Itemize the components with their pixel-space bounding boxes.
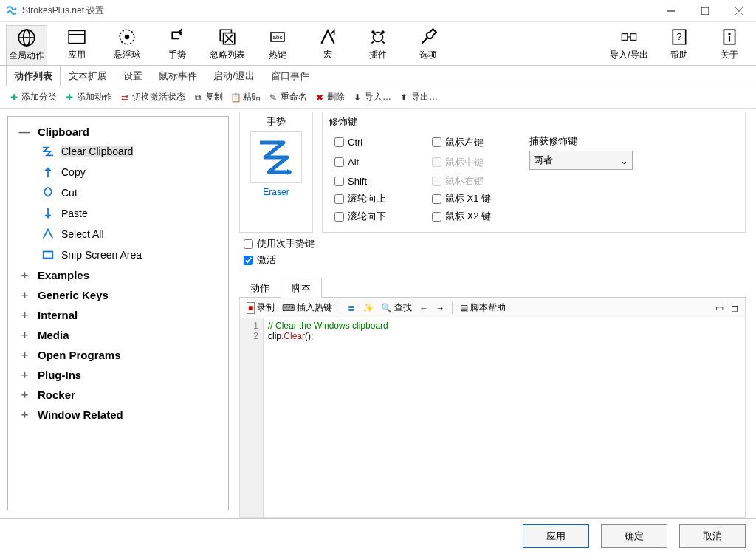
toolbar-hotkeys[interactable]: abc 热键: [257, 25, 298, 64]
tab-load-unload[interactable]: 启动/退出: [205, 65, 263, 86]
script-help-button[interactable]: ▤脚本帮助: [458, 301, 508, 315]
tab-script[interactable]: 脚本: [281, 278, 322, 298]
wand-button[interactable]: ✨: [360, 302, 376, 314]
minimize-button[interactable]: [654, 0, 688, 22]
checkbox-use-secondary[interactable]: 使用次手势键: [244, 237, 741, 250]
ok-button[interactable]: 确定: [601, 524, 667, 548]
checkbox-alt[interactable]: Alt: [334, 157, 423, 168]
toolbar-apps[interactable]: 应用: [56, 25, 97, 64]
checkbox-active[interactable]: 激活: [244, 253, 741, 267]
export-button[interactable]: ⬆导出…: [396, 89, 441, 105]
tab-text-expansion[interactable]: 文本扩展: [61, 65, 115, 86]
checkbox-mouse-middle: 鼠标中键: [432, 156, 520, 169]
export-icon: ⬆: [399, 92, 409, 103]
tree-item-snip[interactable]: Snip Screen Area: [11, 244, 225, 265]
checkbox-shift[interactable]: Shift: [334, 176, 423, 187]
capture-select[interactable]: 两者⌄: [529, 151, 633, 170]
tab-action[interactable]: 动作: [239, 278, 281, 298]
loop-icon: [41, 185, 55, 200]
rename-button[interactable]: ✎重命名: [265, 89, 310, 105]
tree-panel: —Clipboard Clear Clipboard Copy Cut Past…: [7, 116, 229, 510]
window-title: StrokesPlus.net 设置: [22, 4, 104, 17]
svg-rect-23: [630, 34, 636, 41]
capture-label: 捕获修饰键: [529, 134, 640, 148]
svg-point-18: [371, 30, 374, 33]
toggle-active-button[interactable]: ⇄切换激活状态: [117, 89, 188, 105]
tab-settings[interactable]: 设置: [115, 65, 151, 86]
toolbar-ignore-list[interactable]: 忽略列表: [207, 25, 248, 64]
tab-mouse-events[interactable]: 鼠标事件: [151, 65, 205, 86]
code-editor[interactable]: 12 // Clear the Windows clipboard clip.C…: [239, 318, 746, 518]
tree-item-cut[interactable]: Cut: [11, 182, 225, 203]
gesture-preview[interactable]: [250, 131, 302, 183]
tree-item-select-all[interactable]: Select All: [11, 224, 225, 244]
tree-item-paste[interactable]: Paste: [11, 203, 225, 224]
add-action-button[interactable]: ✚添加动作: [61, 89, 115, 105]
svg-point-27: [728, 33, 730, 35]
tree-category-media[interactable]: ＋Media: [11, 325, 225, 345]
toolbar-help[interactable]: ? 帮助: [659, 25, 700, 64]
svg-line-21: [379, 34, 381, 35]
cancel-button[interactable]: 取消: [679, 524, 746, 548]
svg-rect-7: [69, 30, 85, 43]
modifiers-label: 修饰键: [329, 115, 739, 129]
indent-icon: ≣: [348, 303, 355, 313]
apply-button[interactable]: 应用: [523, 524, 589, 548]
code-content[interactable]: // Clear the Windows clipboard clip.Clea…: [264, 318, 393, 517]
checkbox-ctrl[interactable]: Ctrl: [334, 137, 423, 148]
prev-button[interactable]: ←: [417, 302, 430, 314]
tree-category-window-related[interactable]: ＋Window Related: [11, 405, 225, 425]
tree-category-clipboard[interactable]: —Clipboard: [11, 123, 225, 141]
tree-category-plugins[interactable]: ＋Plug-Ins: [11, 365, 225, 385]
plugin-icon: [368, 27, 388, 47]
record-button[interactable]: ■录制: [244, 301, 277, 315]
ignore-icon: [217, 27, 238, 47]
tree-category-examples[interactable]: ＋Examples: [11, 265, 225, 285]
tree-category-rocker[interactable]: ＋Rocker: [11, 385, 225, 405]
insert-hotkey-button[interactable]: ⌨插入热键: [280, 301, 334, 315]
paste-button[interactable]: 📋粘贴: [227, 89, 264, 105]
expand-icon: ＋: [17, 408, 32, 422]
toolbar-plugins[interactable]: 插件: [357, 25, 399, 64]
svg-text:abc: abc: [273, 34, 283, 41]
tree-category-open-programs[interactable]: ＋Open Programs: [11, 345, 225, 365]
maximize-button[interactable]: [688, 0, 722, 22]
toggle-icon: ⇄: [120, 92, 130, 103]
tree-item-clear-clipboard[interactable]: Clear Clipboard: [11, 141, 225, 162]
tree-category-generic-keys[interactable]: ＋Generic Keys: [11, 285, 225, 305]
find-button[interactable]: 🔍查找: [379, 301, 414, 315]
next-button[interactable]: →: [433, 302, 447, 314]
delete-button[interactable]: ✖删除: [312, 89, 348, 105]
expand-icon: ＋: [17, 328, 32, 342]
copy-button[interactable]: ⧉复制: [190, 89, 226, 105]
checkbox-mouse-left[interactable]: 鼠标左键: [432, 136, 520, 149]
tree-category-internal[interactable]: ＋Internal: [11, 305, 225, 325]
gesture-name-link[interactable]: Eraser: [263, 187, 289, 197]
main-toolbar: 全局动作 应用 悬浮球 手势 忽略列表 abc 热键 宏 插件 选项 导入/导出…: [0, 22, 756, 66]
toolbar-macros[interactable]: 宏: [307, 25, 348, 64]
tree-item-copy[interactable]: Copy: [11, 162, 225, 182]
add-category-button[interactable]: ✚添加分类: [6, 89, 60, 105]
maximize-pane-button[interactable]: ◻: [729, 302, 740, 314]
toolbar-import-export[interactable]: 导入/导出: [608, 25, 650, 64]
import-button[interactable]: ⬇导入…: [349, 89, 394, 105]
indent-button[interactable]: ≣: [346, 302, 357, 314]
tab-action-list[interactable]: 动作列表: [6, 65, 61, 86]
about-icon: [719, 27, 740, 47]
toolbar-floater[interactable]: 悬浮球: [106, 25, 148, 64]
checkbox-mouse-x2[interactable]: 鼠标 X2 键: [432, 210, 520, 223]
toolbar-options[interactable]: 选项: [408, 25, 449, 64]
add-action-icon: ✚: [64, 92, 75, 103]
svg-point-10: [125, 35, 130, 40]
checkbox-wheel-down[interactable]: 滚轮向下: [334, 210, 423, 223]
svg-rect-1: [701, 7, 709, 15]
close-button[interactable]: [722, 0, 756, 22]
minimize-pane-button[interactable]: ▭: [713, 302, 726, 314]
tab-window-events[interactable]: 窗口事件: [263, 65, 317, 86]
checkbox-mouse-x1[interactable]: 鼠标 X1 键: [432, 192, 520, 205]
collapse-icon: —: [17, 126, 32, 138]
toolbar-about[interactable]: 关于: [709, 25, 750, 64]
toolbar-global-actions[interactable]: 全局动作: [6, 25, 47, 65]
toolbar-gestures[interactable]: 手势: [157, 25, 198, 64]
checkbox-wheel-up[interactable]: 滚轮向上: [334, 192, 423, 205]
